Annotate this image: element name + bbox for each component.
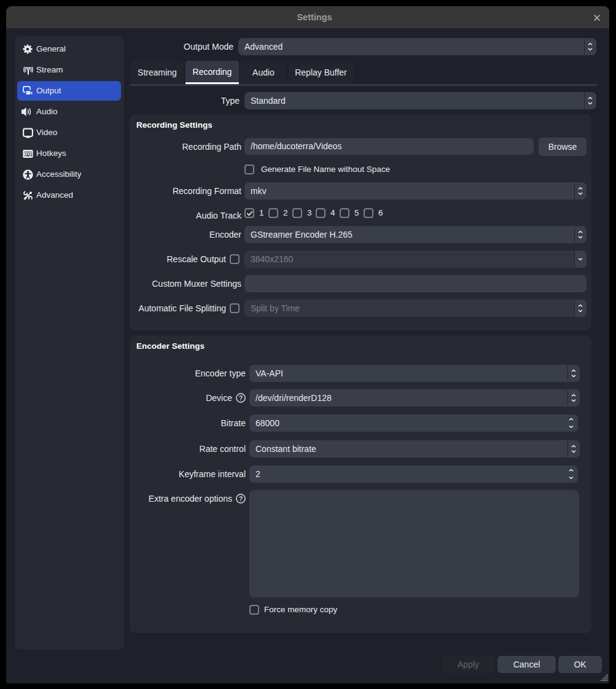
svg-text:?: ? — [239, 495, 243, 502]
svg-text:?: ? — [239, 394, 243, 402]
